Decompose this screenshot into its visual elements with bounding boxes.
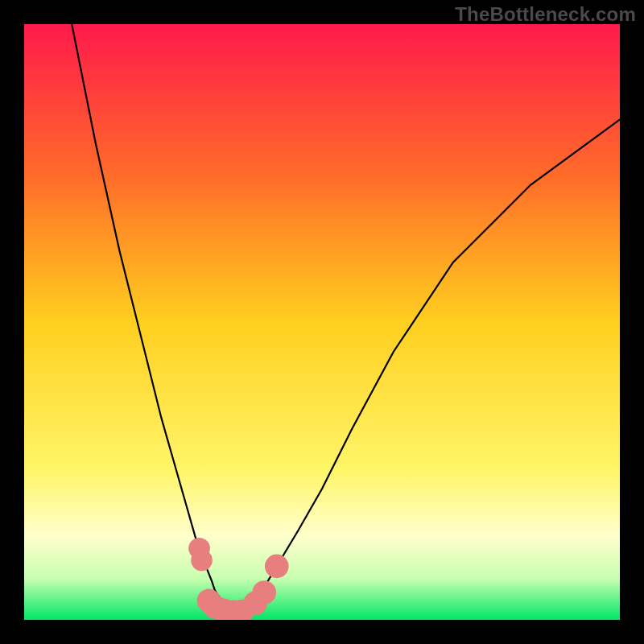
bottleneck-chart <box>24 24 620 620</box>
chart-background <box>24 24 620 620</box>
marker-dot <box>252 580 276 605</box>
chart-frame: TheBottleneck.com <box>0 0 644 644</box>
marker-dot <box>265 555 289 579</box>
watermark-label: TheBottleneck.com <box>455 3 636 26</box>
marker-dot <box>191 550 213 572</box>
